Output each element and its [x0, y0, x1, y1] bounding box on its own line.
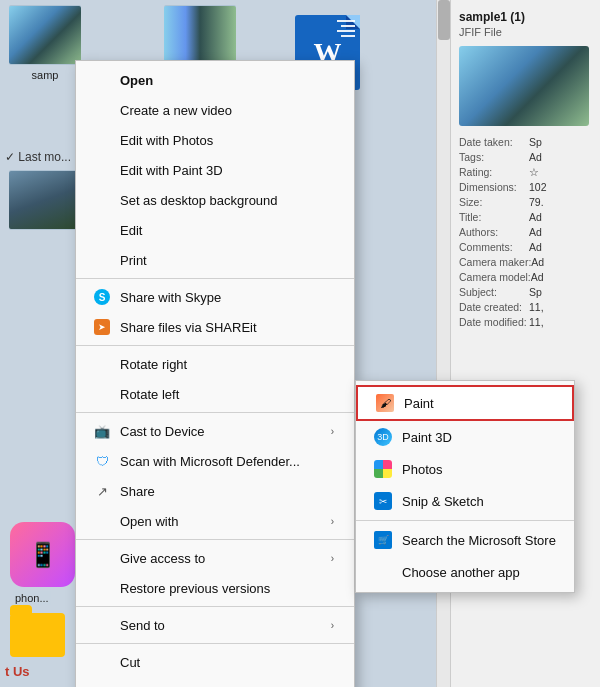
meta-val: ☆: [529, 166, 539, 178]
menu-label: Open with: [120, 514, 331, 529]
meta-val: Ad: [529, 211, 542, 223]
menu-separator: [76, 412, 354, 413]
meta-key: Tags:: [459, 151, 529, 163]
menu-item-rotate-left[interactable]: Rotate left: [76, 379, 354, 409]
menu-item-scan[interactable]: 🛡Scan with Microsoft Defender...: [76, 446, 354, 476]
meta-val: Ad: [531, 271, 544, 283]
panel-meta-row: Title:Ad: [459, 211, 592, 223]
meta-key: Date taken:: [459, 136, 529, 148]
menu-item-open-with[interactable]: Open with›: [76, 506, 354, 536]
submenu-arrow: ›: [331, 426, 334, 437]
menu-item-copy[interactable]: Copy: [76, 677, 354, 687]
panel-meta-row: Camera model:Ad: [459, 271, 592, 283]
shareit-icon: ➤: [94, 319, 110, 335]
skype-icon: S: [92, 287, 112, 307]
submenu-item-snip[interactable]: ✂Snip & Sketch: [356, 485, 574, 517]
submenu-item-photos[interactable]: Photos: [356, 453, 574, 485]
menu-item-set-desktop[interactable]: Set as desktop background: [76, 185, 354, 215]
shield-icon: 🛡: [92, 451, 112, 471]
bottom-text-contact: t Us: [5, 664, 30, 679]
menu-label: Give access to: [120, 551, 331, 566]
submenu-item-paint[interactable]: 🖌Paint: [356, 385, 574, 421]
menu-separator: [76, 643, 354, 644]
meta-key: Camera maker:: [459, 256, 531, 268]
menu-item-rotate-right[interactable]: Rotate right: [76, 349, 354, 379]
menu-item-print[interactable]: Print: [76, 245, 354, 275]
photos-icon: [372, 458, 394, 480]
menu-item-share[interactable]: ↗Share: [76, 476, 354, 506]
panel-filetype: JFIF File: [459, 26, 592, 38]
menu-item-create-video[interactable]: Create a new video: [76, 95, 354, 125]
submenu-label: Paint 3D: [402, 430, 452, 445]
menu-label: Send to: [120, 618, 331, 633]
panel-meta-row: Date created:11,: [459, 301, 592, 313]
panel-metadata: Date taken:SpTags:AdRating:☆Dimensions:1…: [459, 136, 592, 328]
menu-item-edit-photos[interactable]: Edit with Photos: [76, 125, 354, 155]
paint-icon: 🖌: [376, 394, 394, 412]
submenu-item-paint3d[interactable]: 3DPaint 3D: [356, 421, 574, 453]
cast-icon: 📺: [94, 424, 110, 439]
meta-val: Ad: [529, 151, 542, 163]
context-menu: OpenCreate a new videoEdit with PhotosEd…: [75, 60, 355, 687]
submenu-label: Snip & Sketch: [402, 494, 484, 509]
menu-item-edit-paint3d[interactable]: Edit with Paint 3D: [76, 155, 354, 185]
menu-item-open[interactable]: Open: [76, 65, 354, 95]
menu-label: Scan with Microsoft Defender...: [120, 454, 334, 469]
menu-item-share-shareit[interactable]: ➤Share files via SHAREit: [76, 312, 354, 342]
menu-label: Share with Skype: [120, 290, 334, 305]
menu-label: Cut: [120, 655, 334, 670]
menu-label: Edit with Photos: [120, 133, 334, 148]
section-label-last-modified: ✓ Last mo...: [5, 150, 71, 164]
menu-item-share-skype[interactable]: SShare with Skype: [76, 282, 354, 312]
menu-label: Cast to Device: [120, 424, 331, 439]
menu-label: Rotate right: [120, 357, 334, 372]
menu-label: Share: [120, 484, 334, 499]
panel-meta-row: Comments:Ad: [459, 241, 592, 253]
menu-item-cast[interactable]: 📺Cast to Device›: [76, 416, 354, 446]
phone-icon: 📱: [28, 541, 58, 569]
menu-item-send-to[interactable]: Send to›: [76, 610, 354, 640]
store-icon: 🛒: [374, 531, 392, 549]
submenu-label: Choose another app: [402, 565, 520, 580]
meta-val: Ad: [529, 241, 542, 253]
scrollbar-thumb[interactable]: [438, 0, 450, 40]
menu-label: Print: [120, 253, 334, 268]
file-icon-image3[interactable]: [5, 170, 85, 234]
panel-meta-row: Camera maker:Ad: [459, 256, 592, 268]
photos-icon: [374, 460, 392, 478]
menu-item-cut[interactable]: Cut: [76, 647, 354, 677]
submenu-item-store[interactable]: 🛒Search the Microsoft Store: [356, 524, 574, 556]
submenu-item-choose[interactable]: Choose another app: [356, 556, 574, 588]
file-thumbnail-3: [9, 170, 81, 230]
menu-separator: [76, 539, 354, 540]
submenu-label: Search the Microsoft Store: [402, 533, 556, 548]
paint3d-icon: 3D: [372, 426, 394, 448]
submenu-arrow: ›: [331, 620, 334, 631]
meta-key: Size:: [459, 196, 529, 208]
store-icon: 🛒: [372, 529, 394, 551]
app-icon-phone[interactable]: 📱: [10, 522, 75, 587]
meta-val: 79.: [529, 196, 544, 208]
no-icon: [372, 561, 394, 583]
menu-label: Restore previous versions: [120, 581, 334, 596]
meta-key: Dimensions:: [459, 181, 529, 193]
menu-item-edit[interactable]: Edit: [76, 215, 354, 245]
meta-val: Ad: [531, 256, 544, 268]
menu-item-give-access[interactable]: Give access to›: [76, 543, 354, 573]
menu-label: Edit: [120, 223, 334, 238]
file-icon-image1[interactable]: samp: [5, 5, 85, 81]
meta-key: Authors:: [459, 226, 529, 238]
shareit-icon: ➤: [92, 317, 112, 337]
menu-item-restore[interactable]: Restore previous versions: [76, 573, 354, 603]
file-label-samp: samp: [32, 69, 59, 81]
file-icon-folder[interactable]: [10, 613, 65, 657]
meta-key: Rating:: [459, 166, 529, 178]
menu-label: Share files via SHAREit: [120, 320, 334, 335]
share-icon: ↗: [92, 481, 112, 501]
shield-icon: 🛡: [96, 454, 109, 469]
panel-meta-row: Date taken:Sp: [459, 136, 592, 148]
submenu-arrow: ›: [331, 516, 334, 527]
paint3d-icon: 3D: [374, 428, 392, 446]
submenu-arrow: ›: [331, 553, 334, 564]
meta-key: Comments:: [459, 241, 529, 253]
